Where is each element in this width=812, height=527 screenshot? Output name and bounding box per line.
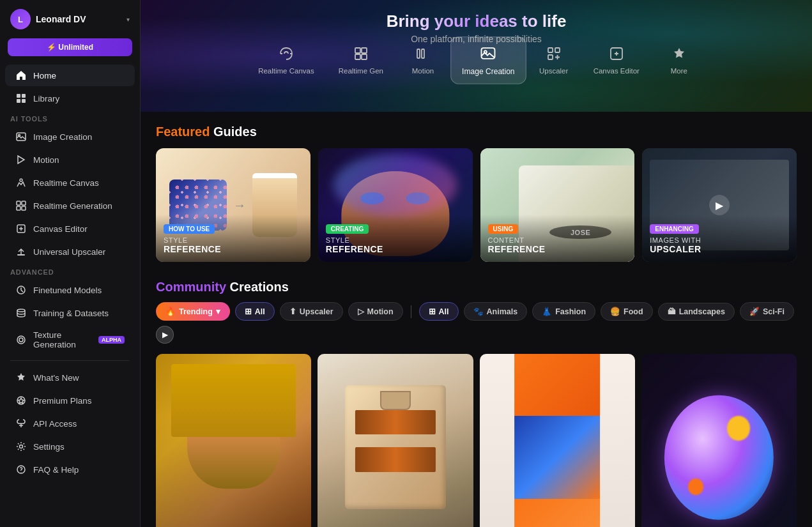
filter-all-left[interactable]: ⊞ All [235, 302, 275, 321]
filter-scroll-right[interactable]: ▶ [156, 326, 174, 344]
sidebar-item-motion[interactable]: Motion [5, 149, 135, 171]
sidebar-item-realtime-canvas[interactable]: Realtime Canvas [5, 172, 135, 194]
nav-realtime-canvas[interactable]: Realtime Canvas [248, 38, 325, 82]
guide-label: CONTENT [488, 236, 627, 244]
sidebar-item-settings[interactable]: Settings [5, 436, 135, 457]
svg-rect-9 [22, 201, 26, 205]
guide-tag: Enhancing [650, 224, 699, 234]
sidebar-item-whats-new[interactable]: What's New [5, 367, 135, 388]
sidebar-item-label: Realtime Generation [33, 201, 112, 211]
canvas-editor-nav-icon [609, 46, 624, 64]
sidebar: L Leonard DV ▾ ⚡ Unlimited Home Library … [0, 0, 141, 527]
svg-point-7 [20, 179, 22, 181]
sidebar-item-label: Motion [33, 155, 59, 165]
upscaler-icon [15, 246, 27, 257]
guide-card-overlay: Enhancing IMAGES WITH UPSCALER [642, 215, 797, 262]
nav-canvas-editor[interactable]: Canvas Editor [583, 38, 650, 82]
sidebar-divider [10, 360, 130, 361]
svg-point-17 [19, 338, 23, 342]
guide-tag: Using [488, 224, 519, 234]
trending-icon: 🔥 [165, 307, 176, 316]
nav-image-creation[interactable]: Image Creation [450, 36, 526, 84]
filter-upscaler[interactable]: ⬆ Upscaler [280, 302, 343, 321]
svg-rect-30 [555, 48, 560, 52]
featured-guides-title: Featured Guides [156, 125, 797, 139]
sidebar-item-realtime-generation[interactable]: Realtime Generation [5, 195, 135, 217]
filter-animals[interactable]: 🐾 Animals [464, 302, 528, 321]
nav-motion[interactable]: Motion [397, 38, 448, 82]
sidebar-item-label: Premium Plans [33, 396, 92, 406]
nav-label: Motion [412, 67, 434, 75]
sidebar-item-faq-help[interactable]: FAQ & Help [5, 459, 135, 480]
guide-card-2[interactable]: Creating STYLE REFERENCE [318, 148, 473, 262]
library-icon [15, 93, 27, 104]
community-rest: Creations [226, 280, 289, 294]
realtime-canvas-icon [15, 177, 27, 188]
grid-image-gold[interactable] [156, 354, 311, 527]
featured-highlight: Featured [156, 125, 210, 139]
filter-motion[interactable]: ▷ Motion [348, 302, 403, 321]
nav-upscaler[interactable]: Upscaler [528, 38, 579, 82]
settings-icon [15, 441, 27, 452]
sidebar-item-training-datasets[interactable]: Training & Datasets [5, 302, 135, 324]
texture-gen-icon [15, 334, 27, 346]
realtime-gen-icon [15, 200, 27, 211]
guide-card-1[interactable]: → How to Use STYLE REFERENCE [156, 148, 310, 262]
nav-realtime-gen[interactable]: Realtime Gen [328, 38, 394, 82]
guide-card-overlay: Creating STYLE REFERENCE [318, 215, 473, 262]
filter-landscapes[interactable]: 🏔 Landscapes [658, 303, 735, 321]
motion-icon [15, 154, 27, 165]
filter-trending[interactable]: 🔥 Trending ▾ [156, 302, 230, 321]
filter-divider [411, 305, 411, 318]
grid-image-bag[interactable] [318, 354, 473, 527]
guide-title: UPSCALER [650, 244, 789, 254]
whats-new-icon [15, 372, 27, 383]
all-left-icon: ⊞ [245, 307, 252, 316]
training-icon [15, 307, 27, 319]
sidebar-item-finetuned-models[interactable]: Finetuned Models [5, 279, 135, 301]
guide-card-3[interactable]: JOSE Using CONTENT REFERENCE [480, 148, 635, 262]
svg-rect-13 [17, 254, 25, 256]
svg-rect-10 [17, 206, 20, 210]
nav-more[interactable]: More [654, 38, 705, 82]
filter-all-right[interactable]: ⊞ All [419, 302, 459, 321]
filter-sci-fi[interactable]: 🚀 Sci-Fi [740, 302, 794, 321]
sidebar-item-api-access[interactable]: API Access [5, 413, 135, 434]
guide-label: STYLE [326, 236, 465, 244]
image-creation-nav-icon [480, 45, 496, 64]
api-icon [15, 418, 27, 429]
sidebar-item-label: Library [33, 94, 59, 103]
svg-point-16 [17, 336, 25, 344]
grid-image-dress[interactable] [480, 354, 635, 527]
guide-title: REFERENCE [488, 244, 627, 254]
sidebar-item-canvas-editor[interactable]: Canvas Editor [5, 218, 135, 240]
sidebar-item-label: Training & Datasets [33, 309, 109, 318]
sidebar-item-home[interactable]: Home [5, 65, 135, 86]
sidebar-item-universal-upscaler[interactable]: Universal Upscaler [5, 241, 135, 263]
unlimited-button[interactable]: ⚡ Unlimited [8, 38, 132, 56]
user-profile-row[interactable]: L Leonard DV ▾ [0, 0, 140, 38]
guide-title: REFERENCE [164, 244, 303, 254]
sidebar-item-label: Image Creation [33, 132, 92, 142]
svg-rect-24 [362, 54, 367, 59]
sidebar-item-label: Realtime Canvas [33, 178, 99, 188]
sidebar-item-image-creation[interactable]: Image Creation [5, 126, 135, 148]
sidebar-item-library[interactable]: Library [5, 88, 135, 109]
guide-card-4[interactable]: ▶ Enhancing IMAGES WITH UPSCALER [642, 148, 797, 262]
sidebar-item-texture-generation[interactable]: Texture Generation Alpha [5, 325, 135, 355]
chevron-down-icon: ▾ [126, 16, 130, 23]
grid-image-abstract[interactable] [641, 354, 797, 527]
image-creation-icon [15, 131, 27, 142]
nav-icons-row: Realtime Canvas Realtime Gen Motion Imag… [235, 38, 717, 83]
guide-label: IMAGES WITH [650, 236, 789, 244]
filter-fashion[interactable]: 👗 Fashion [532, 302, 595, 321]
svg-rect-31 [548, 55, 553, 59]
filter-food[interactable]: 🍔 Food [601, 302, 653, 321]
svg-rect-1 [22, 94, 26, 98]
svg-rect-23 [355, 54, 360, 59]
nav-label: Realtime Canvas [258, 67, 314, 75]
sidebar-item-label: API Access [33, 419, 77, 429]
svg-rect-22 [362, 48, 367, 53]
avatar: L [10, 9, 31, 29]
sidebar-item-premium-plans[interactable]: Premium Plans [5, 390, 135, 411]
